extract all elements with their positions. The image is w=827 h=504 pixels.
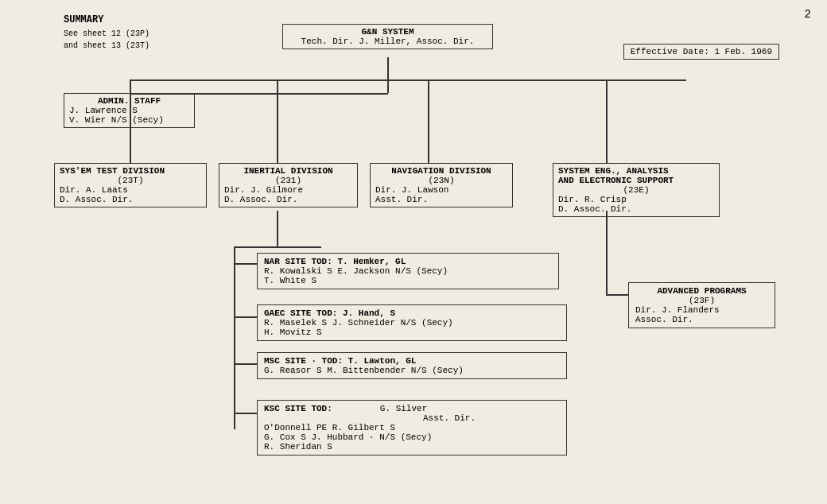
- nav-asst: Asst. Dir.: [375, 195, 507, 204]
- sysEng-num: (23E): [558, 185, 714, 195]
- nav-title: NAVIGATION DIVISION: [375, 166, 507, 176]
- nar-line1: R. Kowalski S E. Jackson N/S (Secy): [264, 266, 552, 276]
- ksc-site-box: KSC SITE TOD: G. Silver Asst. Dir. O'Don…: [257, 400, 567, 456]
- nav-num: (23N): [375, 176, 507, 185]
- ksc-header2: G. Silver: [380, 404, 427, 413]
- effective-date-box: Effective Date: 1 Feb. 1969: [623, 44, 779, 60]
- msc-header: MSC SITE · TOD: T. Lawton, GL: [264, 356, 560, 366]
- gn-system-detail: Tech. Dir. J. Miller, Assoc. Dir.: [288, 37, 487, 46]
- navigation-box: NAVIGATION DIVISION (23N) Dir. J. Lawson…: [370, 163, 513, 207]
- sysEng-assoc: D. Assoc. Dir.: [558, 204, 714, 214]
- sysEng-dir: Dir. R. Crisp: [558, 195, 714, 204]
- line-gn-down: [387, 57, 389, 93]
- ksc-header: KSC SITE TOD:: [264, 404, 332, 413]
- sysEng-title1: SYSTEM ENG., ANALYSIS: [558, 166, 714, 176]
- ksc-line1: O'Donnell PE R. Gilbert S: [264, 423, 560, 432]
- adv-num: (23F): [635, 296, 768, 305]
- line-msc-h: [234, 363, 258, 365]
- sysTest-title: SYS'EM TEST DIVISION: [60, 166, 201, 176]
- adv-assoc: Assoc. Dir.: [635, 315, 768, 324]
- line-nav-v: [428, 79, 429, 163]
- gaec-site-box: GAEC SITE TOD: J. Hand, S R. Maselek S J…: [257, 304, 567, 341]
- summary-notes: See sheet 12 (23P) and sheet 13 (23T): [64, 28, 149, 52]
- ksc-header3: Asst. Dir.: [423, 413, 560, 423]
- system-eng-box: SYSTEM ENG., ANALYSIS AND ELECTRONIC SUP…: [553, 163, 720, 217]
- gn-system-box: G&N SYSTEM Tech. Dir. J. Miller, Assoc. …: [282, 24, 493, 49]
- nar-site-box: NAR SITE TOD: T. Hemker, GL R. Kowalski …: [257, 253, 559, 289]
- nar-line2: T. White S: [264, 276, 552, 285]
- gn-system-title: G&N SYSTEM: [288, 27, 487, 37]
- line-ksc-h: [234, 413, 258, 414]
- summary-note-1: See sheet 12 (23P): [64, 28, 149, 40]
- gaec-line1: R. Maselek S J. Schneider N/S (Secy): [264, 318, 560, 328]
- sysEng-title2: AND ELECTRONIC SUPPORT: [558, 176, 714, 185]
- sysTest-dir: Dir. A. Laats: [60, 185, 201, 195]
- advanced-programs-box: ADVANCED PROGRAMS (23F) Dir. J. Flanders…: [628, 282, 775, 328]
- inertial-assoc: D. Assoc. Dir.: [224, 195, 352, 204]
- line-top-h: [130, 93, 388, 95]
- gaec-header: GAEC SITE TOD: J. Hand, S: [264, 308, 560, 318]
- page-number: 2: [805, 8, 811, 21]
- adv-title: ADVANCED PROGRAMS: [635, 286, 768, 296]
- nar-header: NAR SITE TOD: T. Hemker, GL: [264, 257, 552, 266]
- line-inertial-sites: [277, 211, 278, 246]
- page: 2 SUMMARY See sheet 12 (23P) and sheet 1…: [0, 0, 827, 504]
- inertial-title: INERTIAL DIVISION: [224, 166, 352, 176]
- inertial-dir: Dir. J. Gilmore: [224, 185, 352, 195]
- summary-note-2: and sheet 13 (23T): [64, 40, 149, 52]
- line-nar-h: [234, 263, 258, 265]
- ksc-line2: G. Cox S J. Hubbard · N/S (Secy): [264, 432, 560, 442]
- line-inertial-v: [277, 79, 278, 163]
- system-test-box: SYS'EM TEST DIVISION (23T) Dir. A. Laats…: [54, 163, 207, 207]
- line-adv-h: [606, 294, 630, 296]
- line-sysEng-v: [606, 79, 608, 163]
- nav-dir: Dir. J. Lawson: [375, 185, 507, 195]
- line-sites-h: [234, 246, 321, 248]
- sysTest-assoc: D. Assoc. Dir.: [60, 195, 201, 204]
- line-sysTest-v: [130, 79, 131, 163]
- msc-line1: G. Reasor S M. Bittenbender N/S (Secy): [264, 366, 560, 375]
- line-gaec-h: [234, 316, 258, 318]
- inertial-box: INERTIAL DIVISION (231) Dir. J. Gilmore …: [219, 163, 358, 207]
- line-sites-backbone: [234, 246, 235, 429]
- summary-title: SUMMARY: [64, 14, 103, 25]
- ksc-line3: R. Sheridan S: [264, 442, 560, 452]
- inertial-num: (231): [224, 176, 352, 185]
- adv-dir: Dir. J. Flanders: [635, 305, 768, 315]
- sysTest-num: (23T): [60, 176, 201, 185]
- ksc-header-row: KSC SITE TOD: G. Silver: [264, 404, 560, 413]
- msc-site-box: MSC SITE · TOD: T. Lawton, GL G. Reasor …: [257, 352, 567, 379]
- effective-date-value: 1 Feb. 1969: [714, 47, 772, 56]
- effective-date-label: Effective Date:: [631, 47, 709, 56]
- line-division-h: [130, 79, 686, 81]
- gaec-line2: H. Movitz S: [264, 328, 560, 337]
- line-adv-v: [606, 211, 608, 294]
